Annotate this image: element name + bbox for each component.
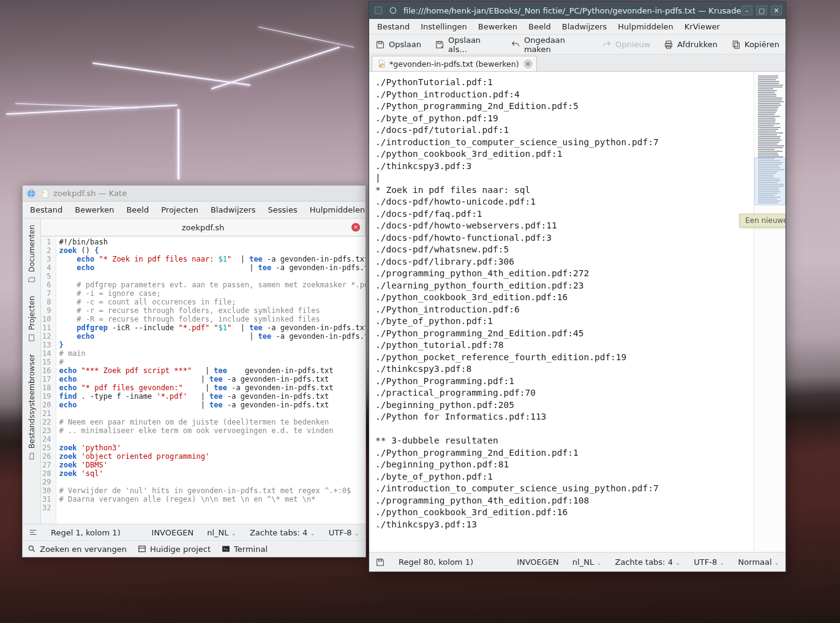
bottom-current-project[interactable]: Huidige project [138, 545, 211, 554]
print-button[interactable]: Afdrukken [661, 39, 720, 51]
close-icon[interactable]: ✕ [523, 59, 533, 69]
minimap[interactable] [754, 72, 786, 552]
menu-beeld[interactable]: Beeld [120, 203, 155, 217]
status-encoding[interactable]: UTF-8⌄ [694, 557, 724, 567]
kate-document-tabbar: zoekpdf.sh ✕ [41, 219, 366, 236]
menu-bladwijzers[interactable]: Bladwijzers [204, 203, 262, 217]
menu-beeld[interactable]: Beeld [523, 20, 557, 34]
window-title: file:///home/henk-jan/EBooks/_Non fictie… [403, 6, 741, 15]
kate-bottom-toolview-bar: Zoeken en vervangen Huidige project Term… [23, 540, 366, 557]
menu-hulpmiddelen[interactable]: Hulpmiddelen [612, 20, 679, 34]
minimap-viewport[interactable] [754, 157, 786, 205]
kate-editor-area: zoekpdf.sh ✕ 123456789101112131415161718… [41, 219, 366, 524]
kate-side-toolview-tabs: DocumentenProjectenBestandssysteembrowse… [23, 219, 41, 524]
krusader-statusbar: Regel 80, kolom 1) INVOEGEN nl_NL⌄ Zacht… [369, 552, 786, 572]
svg-rect-5 [222, 546, 230, 551]
menu-bestand[interactable]: Bestand [372, 20, 415, 34]
save-icon[interactable] [375, 557, 385, 567]
tooltip: Een nieuwe editortabve [740, 214, 786, 227]
krusader-toolbar: OpslaanOpslaan als...Ongedaan makenOpnie… [369, 35, 786, 55]
line-number-gutter: 1234567891011121314151617181920212223242… [41, 236, 56, 524]
status-locale[interactable]: nl_NL⌄ [572, 557, 602, 567]
svg-point-3 [29, 546, 33, 550]
document-icon [40, 189, 50, 198]
text-view[interactable]: ./PythonTutorial.pdf:1 ./Python_introduc… [369, 72, 754, 552]
keep-above-icon[interactable] [388, 6, 399, 15]
bottom-search-replace[interactable]: Zoeken en vervangen [28, 545, 127, 554]
krusader-lister-window: file:///home/henk-jan/EBooks/_Non fictie… [369, 1, 786, 572]
saveas-button[interactable]: Opslaan als... [432, 34, 500, 55]
window-menu-icon[interactable] [373, 6, 384, 15]
document-edit-icon [377, 59, 386, 68]
copy-button[interactable]: Kopiëren [729, 39, 782, 51]
menu-sessies[interactable]: Sessies [262, 203, 304, 217]
status-position[interactable]: Regel 80, kolom 1) [399, 557, 473, 567]
redo-button: Opnieuw [599, 39, 653, 51]
saveas-icon [435, 40, 444, 50]
svg-point-7 [390, 7, 396, 13]
menu-bladwijzers[interactable]: Bladwijzers [557, 20, 613, 34]
svg-rect-13 [733, 41, 737, 47]
krusader-menubar: BestandInstellingenBewerkenBeeldBladwijz… [369, 19, 786, 35]
svg-rect-15 [378, 559, 381, 561]
svg-rect-10 [666, 41, 671, 43]
menu-krviewer[interactable]: KrViewer [679, 20, 726, 34]
undo-button[interactable]: Ongedaan maken [508, 34, 591, 55]
krusader-tabbar: *gevonden-in-pdfs.txt (bewerken) ✕ [369, 55, 786, 72]
svg-rect-4 [139, 546, 146, 551]
menu-bewerken[interactable]: Bewerken [473, 20, 523, 34]
svg-rect-2 [29, 335, 34, 341]
kate-statusbar: Regel 1, kolom 1) INVOEGEN nl_NL⌄ Zachte… [23, 524, 366, 540]
sidetab-documenten[interactable]: Documenten [25, 219, 39, 290]
tab-label: *gevonden-in-pdfs.txt (bewerken) [389, 59, 519, 69]
menu-hulpmiddelen[interactable]: Hulpmiddelen [304, 203, 366, 217]
status-tabwidth[interactable]: Zachte tabs: 4⌄ [250, 528, 315, 537]
status-encoding[interactable]: UTF-8⌄ [329, 528, 359, 537]
sidetab-projecten[interactable]: Projecten [25, 290, 39, 348]
menu-bewerken[interactable]: Bewerken [69, 203, 120, 217]
svg-point-1 [43, 191, 45, 193]
sidetab-bestandssysteembrowser[interactable]: Bestandssysteembrowser [25, 348, 39, 466]
menu-bestand[interactable]: Bestand [24, 203, 69, 217]
kate-title: zoekpdf.sh — Kate [53, 189, 127, 198]
kate-titlebar[interactable]: zoekpdf.sh — Kate [23, 186, 366, 202]
project-icon [138, 545, 146, 553]
status-wrap-mode[interactable]: Normaal⌄ [738, 557, 779, 567]
undo-icon [511, 40, 520, 50]
maximize-button[interactable]: ▢ [756, 6, 767, 15]
copy-icon [731, 40, 741, 50]
svg-rect-6 [375, 7, 382, 14]
kate-window: zoekpdf.sh — Kate BestandBewerkenBeeldPr… [22, 185, 366, 557]
kate-code-editor[interactable]: 1234567891011121314151617181920212223242… [41, 236, 366, 524]
bottom-terminal[interactable]: Terminal [222, 545, 268, 554]
wallpaper-lightning [0, 0, 367, 187]
krusader-titlebar[interactable]: file:///home/henk-jan/EBooks/_Non fictie… [369, 2, 786, 19]
svg-rect-14 [735, 42, 739, 48]
app-icon [26, 189, 36, 198]
status-position[interactable]: Regel 1, kolom 1) [51, 528, 121, 537]
status-insert-mode[interactable]: INVOEGEN [517, 557, 559, 567]
kate-menubar: BestandBewerkenBeeldProjectenBladwijzers… [23, 202, 366, 219]
print-icon [664, 40, 673, 50]
svg-rect-9 [438, 41, 441, 43]
status-insert-mode[interactable]: INVOEGEN [152, 528, 194, 537]
source-text[interactable]: #!/bin/bashzoek () { echo "* Zoek in pdf… [56, 236, 366, 524]
svg-rect-8 [378, 41, 381, 43]
krusader-document-tab[interactable]: *gevonden-in-pdfs.txt (bewerken) ✕ [372, 56, 537, 71]
save-button[interactable]: Opslaan [373, 39, 424, 51]
status-locale[interactable]: nl_NL⌄ [207, 528, 236, 537]
search-icon [28, 545, 36, 553]
menu-projecten[interactable]: Projecten [155, 203, 204, 217]
doc-tab-label: zoekpdf.sh [182, 223, 225, 232]
close-button[interactable]: ✕ [771, 6, 782, 15]
status-tabwidth[interactable]: Zachte tabs: 4⌄ [615, 557, 681, 567]
redo-icon [602, 40, 612, 50]
kate-document-tab[interactable]: zoekpdf.sh ✕ [41, 219, 366, 236]
menu-instellingen[interactable]: Instellingen [415, 20, 473, 34]
terminal-icon [222, 545, 230, 553]
minimize-button[interactable]: – [741, 6, 752, 15]
save-icon [375, 40, 385, 50]
line-indicator-icon[interactable] [29, 528, 37, 537]
close-icon[interactable]: ✕ [351, 223, 360, 232]
